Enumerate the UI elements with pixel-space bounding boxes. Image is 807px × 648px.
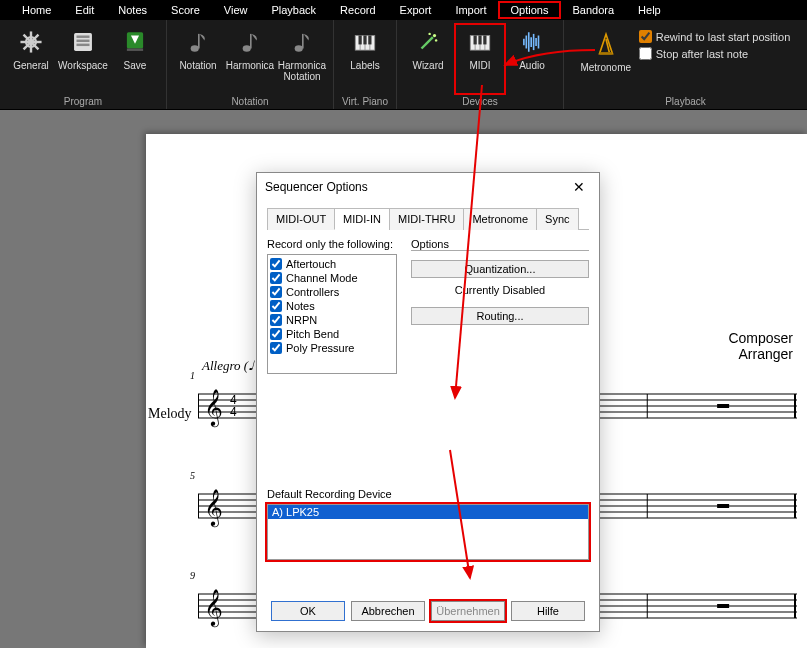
ribbon-group-devices: WizardMIDIAudio Devices <box>397 20 564 109</box>
dialog-tabs: MIDI-OUTMIDI-INMIDI-THRUMetronomeSync <box>267 207 589 230</box>
bar-number: 9 <box>190 570 195 581</box>
record-item[interactable]: Channel Mode <box>270 271 394 285</box>
svg-rect-10 <box>77 36 90 38</box>
svg-rect-66 <box>717 404 729 408</box>
tab-midi-thru[interactable]: MIDI-THRU <box>389 208 464 230</box>
gear-icon <box>17 28 45 56</box>
record-item[interactable]: Aftertouch <box>270 257 394 271</box>
tab-midi-in[interactable]: MIDI-IN <box>334 208 390 230</box>
quantization-button[interactable]: Quantization... <box>411 260 589 278</box>
ribbon-audio[interactable]: Audio <box>507 24 557 94</box>
checkbox[interactable] <box>270 286 282 298</box>
record-item[interactable]: NRPN <box>270 313 394 327</box>
group-label: Playback <box>665 94 706 107</box>
ribbon-save[interactable]: Save <box>110 24 160 94</box>
checkbox[interactable] <box>270 314 282 326</box>
record-item[interactable]: Notes <box>270 299 394 313</box>
svg-point-18 <box>243 45 251 52</box>
ribbon-workspace[interactable]: Workspace <box>58 24 108 94</box>
svg-rect-38 <box>478 36 481 45</box>
menu-help[interactable]: Help <box>626 2 673 18</box>
menu-playback[interactable]: Playback <box>259 2 328 18</box>
svg-rect-96 <box>717 604 729 608</box>
svg-rect-28 <box>368 36 371 45</box>
ribbon-wizard[interactable]: Wizard <box>403 24 453 94</box>
apply-button[interactable]: Übernehmen <box>431 601 505 621</box>
svg-rect-19 <box>250 34 252 49</box>
ribbon-group-program: GeneralWorkspaceSave Program <box>0 20 167 109</box>
svg-point-31 <box>428 33 430 35</box>
piano-icon <box>351 28 379 56</box>
svg-rect-39 <box>483 36 486 45</box>
menu-import[interactable]: Import <box>443 2 498 18</box>
device-item[interactable]: A) LPK25 <box>268 505 588 519</box>
checkbox[interactable] <box>270 258 282 270</box>
record-item[interactable]: Controllers <box>270 285 394 299</box>
help-button[interactable]: Hilfe <box>511 601 585 621</box>
save-icon <box>121 28 149 56</box>
checkbox[interactable] <box>639 47 652 60</box>
menu-record[interactable]: Record <box>328 2 387 18</box>
svg-point-32 <box>435 39 437 41</box>
svg-rect-27 <box>363 36 366 45</box>
ribbon-group-playback: Metronome Rewind to last start positionS… <box>564 20 807 109</box>
playback-check[interactable]: Rewind to last start position <box>639 30 791 43</box>
svg-text:𝄞: 𝄞 <box>204 489 223 528</box>
svg-rect-81 <box>717 504 729 508</box>
ok-button[interactable]: OK <box>271 601 345 621</box>
track-label: Melody <box>148 406 192 422</box>
menu-edit[interactable]: Edit <box>63 2 106 18</box>
routing-button[interactable]: Routing... <box>411 307 589 325</box>
svg-rect-26 <box>359 36 362 45</box>
quantization-status: Currently Disabled <box>411 284 589 296</box>
svg-rect-12 <box>77 44 90 46</box>
menu-score[interactable]: Score <box>159 2 212 18</box>
metronome-icon <box>592 30 620 58</box>
cancel-button[interactable]: Abbrechen <box>351 601 425 621</box>
record-item[interactable]: Poly Pressure <box>270 341 394 355</box>
checkbox[interactable] <box>639 30 652 43</box>
ribbon-harmonica-notation[interactable]: Harmonica Notation <box>277 24 327 94</box>
checkbox[interactable] <box>270 342 282 354</box>
tab-sync[interactable]: Sync <box>536 208 578 230</box>
composer-text: Composer <box>728 330 793 346</box>
checkbox[interactable] <box>270 300 282 312</box>
group-label: Virt. Piano <box>342 94 388 107</box>
ribbon-midi[interactable]: MIDI <box>455 24 505 94</box>
playback-check[interactable]: Stop after last note <box>639 47 791 60</box>
close-icon[interactable]: ✕ <box>567 179 591 195</box>
ribbon-notation[interactable]: Notation <box>173 24 223 94</box>
svg-text:4: 4 <box>230 405 237 419</box>
ribbon-labels[interactable]: Labels <box>340 24 390 94</box>
checkbox[interactable] <box>270 328 282 340</box>
svg-point-20 <box>295 45 303 52</box>
ribbon: GeneralWorkspaceSave Program NotationHar… <box>0 20 807 110</box>
note-icon <box>184 28 212 56</box>
svg-point-30 <box>433 34 436 37</box>
options-header: Options <box>411 238 589 251</box>
svg-text:𝄞: 𝄞 <box>204 589 223 628</box>
menu-options[interactable]: Options <box>499 2 561 18</box>
svg-rect-15 <box>127 49 143 51</box>
ribbon-harmonica[interactable]: Harmonica <box>225 24 275 94</box>
default-device-label: Default Recording Device <box>267 488 589 500</box>
default-device-listbox[interactable]: A) LPK25 <box>267 504 589 560</box>
menu-notes[interactable]: Notes <box>106 2 159 18</box>
record-item[interactable]: Pitch Bend <box>270 327 394 341</box>
record-filter-listbox[interactable]: AftertouchChannel ModeControllersNotesNR… <box>267 254 397 374</box>
menu-export[interactable]: Export <box>388 2 444 18</box>
workspace-icon <box>69 28 97 56</box>
tab-midi-out[interactable]: MIDI-OUT <box>267 208 335 230</box>
ribbon-metronome[interactable]: Metronome <box>581 26 631 94</box>
menu-view[interactable]: View <box>212 2 260 18</box>
svg-rect-21 <box>302 34 304 49</box>
dialog-title-text: Sequencer Options <box>265 180 368 194</box>
menu-home[interactable]: Home <box>10 2 63 18</box>
menubar: HomeEditNotesScoreViewPlaybackRecordExpo… <box>0 0 807 20</box>
ribbon-general[interactable]: General <box>6 24 56 94</box>
menu-bandora[interactable]: Bandora <box>560 2 626 18</box>
tab-metronome[interactable]: Metronome <box>463 208 537 230</box>
checkbox[interactable] <box>270 272 282 284</box>
svg-marker-47 <box>599 34 612 54</box>
record-only-label: Record only the following: <box>267 238 397 250</box>
